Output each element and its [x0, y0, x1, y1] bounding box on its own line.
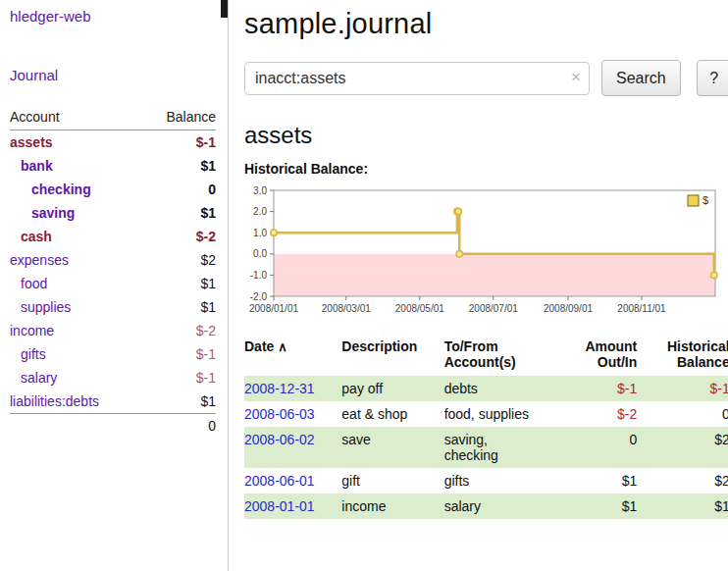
account-balance: $-2 [142, 319, 216, 342]
account-balance: $1 [142, 201, 216, 225]
account-row: salary$-1 [10, 366, 216, 389]
accounts-total-spacer [10, 414, 142, 439]
transaction-accounts: gifts [444, 468, 571, 493]
register-row: 2008-12-31pay offdebts$-1$-1 [244, 376, 728, 401]
account-row: bank$1 [10, 154, 216, 178]
svg-text:2008/09/01: 2008/09/01 [544, 303, 593, 314]
account-balance: $1 [142, 154, 216, 178]
svg-text:2008/03/01: 2008/03/01 [322, 303, 371, 314]
search-field-wrap: × [244, 62, 590, 95]
svg-text:2.0: 2.0 [253, 206, 267, 217]
account-row: income$-2 [10, 319, 216, 342]
transaction-date-link[interactable]: 2008-01-01 [244, 498, 315, 514]
register-row: 2008-06-03eat & shopfood, supplies$-20 [244, 401, 728, 427]
register-row: 2008-01-01incomesalary$1$1 [244, 493, 728, 519]
chart-svg: 3.02.01.00.0-1.0-2.02008/01/012008/03/01… [244, 182, 721, 324]
account-row: checking0 [10, 178, 216, 201]
account-link[interactable]: gifts [10, 346, 46, 362]
transaction-amount: $-2 [571, 401, 640, 427]
transaction-description: pay off [341, 376, 443, 401]
account-row: supplies$1 [10, 295, 216, 319]
account-link[interactable]: income [10, 323, 54, 338]
register-header-amount: Amount Out/In [571, 336, 640, 376]
account-balance: $1 [142, 389, 216, 414]
transaction-amount: $1 [571, 493, 640, 519]
accounts-total-value: 0 [142, 414, 216, 439]
transaction-accounts: debts [444, 376, 571, 401]
transaction-accounts: salary [444, 493, 571, 519]
transaction-accounts: saving, checking [444, 427, 571, 468]
svg-text:$: $ [702, 194, 708, 206]
svg-text:3.0: 3.0 [253, 185, 267, 196]
account-link[interactable]: checking [10, 182, 91, 197]
svg-text:2008/07/01: 2008/07/01 [469, 303, 518, 314]
help-button[interactable]: ? [697, 60, 728, 96]
register-header-date[interactable]: Date∧ [244, 336, 341, 376]
transaction-date-link[interactable]: 2008-06-01 [244, 473, 315, 489]
account-balance: $-1 [142, 366, 216, 389]
accounts-total-row: 0 [10, 414, 216, 439]
account-link[interactable]: saving [10, 205, 75, 221]
transaction-date-link[interactable]: 2008-06-02 [244, 432, 315, 447]
transaction-balance: $1 [639, 493, 728, 519]
account-row: assets$-1 [10, 130, 216, 155]
main-content: sample.journal × Search ? assets Histori… [229, 0, 728, 571]
svg-text:2008/11/01: 2008/11/01 [617, 303, 666, 314]
account-row: gifts$-1 [10, 342, 216, 366]
page-title: sample.journal [244, 8, 728, 40]
app-title-link[interactable]: hledger-web [10, 8, 91, 25]
account-link[interactable]: expenses [10, 252, 69, 268]
search-input[interactable] [244, 62, 590, 95]
journal-link[interactable]: Journal [10, 67, 58, 83]
accounts-header-account: Account [10, 106, 142, 130]
register-header-balance: Historical Balance [639, 336, 728, 376]
historical-balance-chart: 3.02.01.00.0-1.0-2.02008/01/012008/03/01… [244, 182, 728, 324]
register-row: 2008-06-01giftgifts$1$2 [244, 468, 728, 493]
account-link[interactable]: assets [10, 134, 53, 150]
account-balance: $-2 [142, 225, 216, 248]
transaction-accounts: food, supplies [444, 401, 571, 427]
accounts-header-balance: Balance [142, 106, 216, 130]
register-row: 2008-06-02savesaving, checking0$2 [244, 427, 728, 468]
account-balance: $1 [142, 272, 216, 295]
transaction-balance: 0 [639, 401, 728, 427]
svg-text:0.0: 0.0 [253, 248, 267, 259]
transaction-description: income [341, 493, 443, 519]
account-link[interactable]: liabilities:debts [10, 393, 99, 409]
account-row: liabilities:debts$1 [10, 389, 216, 414]
register-header-description: Description [341, 336, 443, 376]
svg-text:-2.0: -2.0 [250, 291, 268, 302]
clear-search-icon[interactable]: × [571, 68, 581, 87]
sort-asc-icon: ∧ [278, 339, 287, 354]
scrollbar-thumb[interactable] [221, 0, 228, 18]
account-row: cash$-2 [10, 225, 216, 248]
register-table: Date∧ Description To/From Account(s) Amo… [244, 336, 728, 519]
account-link[interactable]: salary [10, 370, 57, 386]
transaction-description: save [341, 427, 443, 468]
transaction-balance: $2 [639, 427, 728, 468]
sidebar: hledger-web Journal Account Balance asse… [0, 0, 229, 571]
account-balance: $-1 [142, 342, 216, 366]
account-heading: assets [244, 122, 728, 149]
account-balance: $1 [142, 295, 216, 319]
account-row: food$1 [10, 272, 216, 295]
transaction-amount: 0 [571, 427, 640, 468]
chart-title: Historical Balance: [244, 161, 728, 177]
svg-text:2008/05/01: 2008/05/01 [395, 303, 444, 314]
account-balance: 0 [142, 178, 216, 201]
register-header-account: To/From Account(s) [444, 336, 571, 376]
search-button[interactable]: Search [601, 60, 681, 96]
transaction-balance: $-1 [639, 376, 728, 401]
hledger-web-app: hledger-web Journal Account Balance asse… [0, 0, 728, 571]
transaction-date-link[interactable]: 2008-12-31 [244, 381, 315, 396]
account-link[interactable]: cash [10, 229, 52, 244]
account-link[interactable]: bank [10, 158, 53, 174]
transaction-description: eat & shop [341, 401, 443, 427]
account-link[interactable]: supplies [10, 299, 71, 315]
svg-text:2008/01/01: 2008/01/01 [249, 303, 298, 314]
account-link[interactable]: food [10, 276, 47, 291]
transaction-amount: $1 [571, 468, 640, 493]
transaction-amount: $-1 [571, 376, 640, 401]
svg-text:-1.0: -1.0 [250, 270, 268, 281]
transaction-date-link[interactable]: 2008-06-03 [244, 406, 315, 422]
